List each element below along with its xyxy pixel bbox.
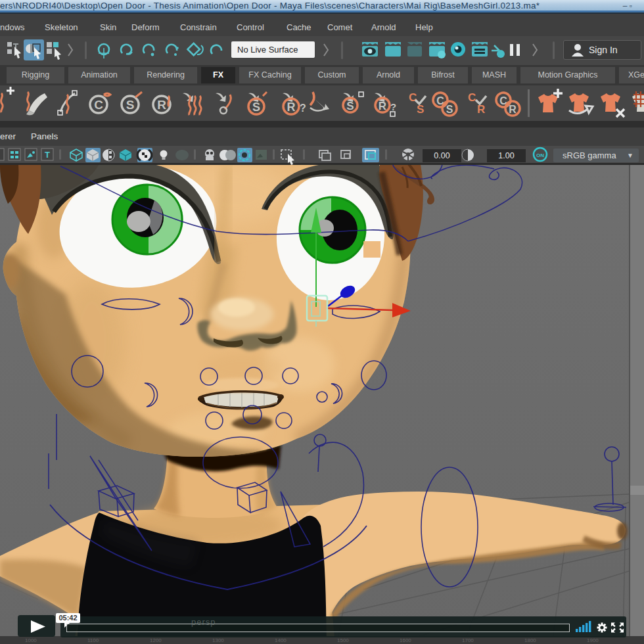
svg-text:S: S [252, 101, 260, 114]
svg-text:R: R [509, 104, 517, 115]
svg-text:S: S [126, 98, 135, 112]
svg-text:T: T [45, 150, 50, 160]
svg-text:C: C [468, 91, 476, 104]
svg-text:C: C [94, 98, 103, 112]
svg-text:S: S [446, 104, 453, 115]
svg-text:R: R [157, 98, 166, 112]
svg-text:ON: ON [536, 152, 544, 158]
svg-text:S: S [346, 100, 354, 112]
svg-text:R: R [379, 100, 386, 112]
svg-text:?: ? [300, 103, 306, 114]
svg-text:R: R [287, 101, 296, 114]
svg-text:S: S [417, 103, 424, 116]
svg-text:R: R [477, 103, 485, 116]
svg-text:C: C [409, 91, 417, 104]
svg-text:?: ? [390, 101, 396, 112]
